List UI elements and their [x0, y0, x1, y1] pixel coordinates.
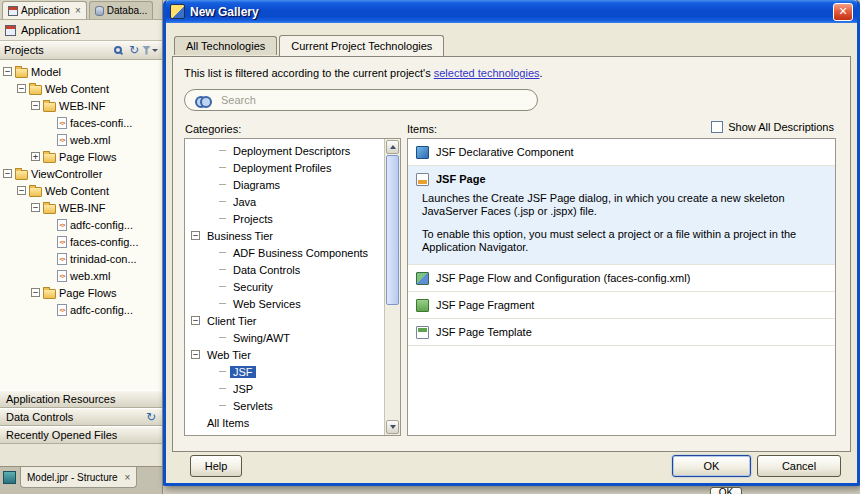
categories-scrollbar[interactable]	[384, 139, 400, 435]
refresh-icon[interactable]: ↻	[146, 411, 156, 423]
category-all-items[interactable]: All Items	[185, 414, 384, 431]
category-web-services[interactable]: Web Services	[185, 295, 384, 312]
selected-technologies-link[interactable]: selected technologies	[434, 67, 540, 79]
toggle-minus-icon[interactable]: −	[31, 288, 40, 297]
toggle-minus-icon[interactable]: −	[191, 316, 200, 325]
cancel-button[interactable]: Cancel	[757, 455, 841, 477]
application-selector[interactable]: Application1	[0, 20, 162, 41]
category-security[interactable]: Security	[185, 278, 384, 295]
item-jsf-page-fragment[interactable]: JSF Page Fragment	[408, 292, 835, 319]
category-label: Web Tier	[204, 349, 254, 361]
tree-node-adfc-config[interactable]: adfc-config...	[0, 216, 162, 233]
item-header: JSF Page Fragment	[408, 292, 835, 318]
category-web-tier[interactable]: −Web Tier	[185, 346, 384, 363]
tree-node-model[interactable]: −Model	[0, 63, 162, 80]
new-gallery-dialog: New Gallery ✕ All TechnologiesCurrent Pr…	[163, 0, 860, 486]
dialog-titlebar[interactable]: New Gallery ✕	[166, 0, 857, 23]
show-all-checkbox[interactable]	[711, 121, 723, 133]
toggle-minus-icon[interactable]: −	[31, 203, 40, 212]
tree-node-page-flows[interactable]: +Page Flows	[0, 148, 162, 165]
tree-node-trinidad-con[interactable]: trinidad-con...	[0, 250, 162, 267]
toggle-minus-icon[interactable]: −	[17, 186, 26, 195]
category-business-tier[interactable]: −Business Tier	[185, 227, 384, 244]
category-label: Client Tier	[204, 315, 260, 327]
category-projects[interactable]: Projects	[185, 210, 384, 227]
search-icon[interactable]	[110, 43, 126, 58]
tree-node-label: web.xml	[70, 270, 110, 282]
tree-node-adfc-config[interactable]: adfc-config...	[0, 301, 162, 318]
tree-connector	[219, 303, 226, 304]
folder-icon	[43, 289, 56, 299]
accordion-recently-opened-files[interactable]: Recently Opened Files	[0, 426, 162, 444]
tree-node-faces-confi[interactable]: faces-confi...	[0, 114, 162, 131]
category-data-controls[interactable]: Data Controls	[185, 261, 384, 278]
scroll-up-button[interactable]	[386, 140, 399, 154]
tree-node-faces-config[interactable]: faces-config...	[0, 233, 162, 250]
tab-current-project-technologies[interactable]: Current Project Technologies	[279, 35, 444, 56]
scrollbar-thumb[interactable]	[386, 155, 399, 305]
category-label: Diagrams	[230, 179, 283, 191]
toggle-minus-icon[interactable]: −	[191, 350, 200, 359]
tree-node-page-flows[interactable]: −Page Flows	[0, 284, 162, 301]
ok-button[interactable]: OK	[672, 455, 751, 477]
background-ok-button[interactable]: OK	[710, 487, 742, 494]
category-label: Web Services	[230, 298, 304, 310]
category-jsp[interactable]: JSP	[185, 380, 384, 397]
toggle-minus-icon[interactable]: −	[3, 169, 12, 178]
tree-node-web-xml[interactable]: web.xml	[0, 267, 162, 284]
tab-all-technologies[interactable]: All Technologies	[174, 36, 277, 55]
category-swing-awt[interactable]: Swing/AWT	[185, 329, 384, 346]
category-deployment-profiles[interactable]: Deployment Profiles	[185, 159, 384, 176]
project-tree: −Model−Web Content−WEB-INFfaces-confi...…	[0, 60, 162, 390]
item-jsf-declarative-component[interactable]: JSF Declarative Component	[408, 139, 835, 166]
toggle-minus-icon[interactable]: −	[3, 67, 12, 76]
accordion-data-controls[interactable]: Data Controls↻	[0, 408, 162, 426]
tree-node-web-xml[interactable]: web.xml	[0, 131, 162, 148]
category-client-tier[interactable]: −Client Tier	[185, 312, 384, 329]
category-label: Java	[230, 196, 259, 208]
background-ok-label: OK	[719, 488, 733, 494]
toggle-minus-icon[interactable]: −	[191, 231, 200, 240]
accordion-application-resources[interactable]: Application Resources	[0, 390, 162, 408]
ide-tab-databa[interactable]: Databa...	[89, 1, 154, 19]
category-servlets[interactable]: Servlets	[185, 397, 384, 414]
category-jsf[interactable]: JSF	[185, 363, 384, 380]
show-all-descriptions[interactable]: Show All Descriptions	[711, 121, 834, 133]
tree-node-web-inf[interactable]: −WEB-INF	[0, 199, 162, 216]
scroll-down-button[interactable]	[386, 420, 399, 434]
category-adf-business-components[interactable]: ADF Business Components	[185, 244, 384, 261]
item-jsf-page[interactable]: JSF PageLaunches the Create JSF Page dia…	[408, 166, 835, 265]
toggle-minus-icon[interactable]: −	[31, 101, 40, 110]
projects-panel-header[interactable]: Projects ↻	[0, 41, 162, 60]
search-input[interactable]	[221, 94, 527, 106]
toggle-plus-icon[interactable]: +	[31, 152, 40, 161]
tree-node-web-inf[interactable]: −WEB-INF	[0, 97, 162, 114]
tree-node-viewcontroller[interactable]: −ViewController	[0, 165, 162, 182]
filter-icon[interactable]	[142, 43, 158, 58]
help-button[interactable]: Help	[190, 455, 242, 477]
ide-tab-application[interactable]: Application×	[2, 1, 87, 19]
dialog-body: All TechnologiesCurrent Project Technolo…	[166, 23, 857, 483]
close-icon[interactable]: ×	[125, 473, 131, 482]
tree-node-web-content[interactable]: −Web Content	[0, 80, 162, 97]
category-java[interactable]: Java	[185, 193, 384, 210]
close-icon[interactable]: ×	[75, 6, 81, 15]
arrow-down-icon	[390, 425, 396, 429]
jsf-page-flow-icon	[416, 272, 429, 285]
search-field[interactable]	[184, 89, 538, 111]
category-label: ADF Business Components	[230, 247, 371, 259]
toggle-minus-icon[interactable]: −	[17, 84, 26, 93]
accordion-label: Application Resources	[6, 393, 115, 405]
tab-structure[interactable]: Model.jpr - Structure ×	[20, 467, 137, 488]
category-deployment-descriptors[interactable]: Deployment Descriptors	[185, 142, 384, 159]
jsf-page-fragment-icon	[416, 299, 429, 312]
application-name: Application1	[21, 24, 81, 36]
tree-node-label: web.xml	[70, 134, 110, 146]
tree-node-label: Web Content	[45, 83, 109, 95]
item-jsf-page-flow-and-configuration-faces-config-xml[interactable]: JSF Page Flow and Configuration (faces-c…	[408, 265, 835, 292]
item-jsf-page-template[interactable]: JSF Page Template	[408, 319, 835, 346]
refresh-icon[interactable]: ↻	[126, 43, 142, 58]
close-button[interactable]: ✕	[833, 3, 853, 21]
tree-node-web-content[interactable]: −Web Content	[0, 182, 162, 199]
category-diagrams[interactable]: Diagrams	[185, 176, 384, 193]
